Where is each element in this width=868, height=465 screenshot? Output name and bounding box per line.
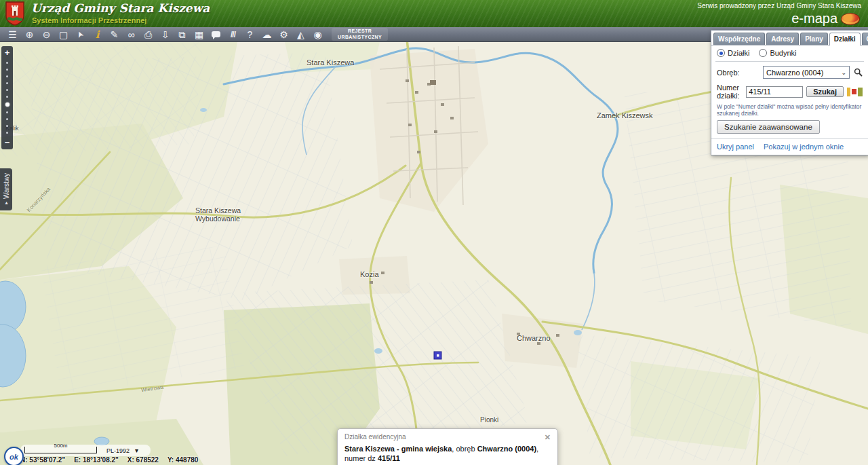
zoom-slider[interactable]: + − bbox=[1, 46, 13, 149]
place-label-chwarzno: Chwarzno bbox=[517, 334, 551, 342]
emapa-brand: e-mapa bbox=[791, 11, 860, 26]
coordinates-readout: N: 53°58'07.2" E: 18°13'08.2" X: 678522 … bbox=[20, 456, 198, 464]
tab-plany[interactable]: Plany bbox=[800, 33, 828, 45]
object-type-radios: Działki Budynki bbox=[711, 45, 868, 58]
selected-parcel-marker bbox=[434, 352, 441, 359]
zoom-out-icon[interactable]: ⊖ bbox=[38, 27, 55, 42]
obreb-select[interactable]: Chwarzno (0004) ⌄ bbox=[763, 66, 850, 79]
place-label-stara-kiszewa: Stara Kiszewa bbox=[307, 58, 354, 67]
legend-swatch-red bbox=[852, 89, 856, 94]
hide-panel-link[interactable]: Ukryj panel bbox=[717, 143, 754, 151]
tab-adresy[interactable]: Adresy bbox=[766, 33, 799, 45]
marker-comment-icon[interactable]: ◉ bbox=[309, 27, 326, 42]
popup-title: Działka ewidencyjna bbox=[344, 433, 406, 441]
panel-footer: Ukryj panel Pokazuj w jednym oknie bbox=[711, 138, 868, 155]
print-icon[interactable]: ⎙ bbox=[140, 27, 157, 42]
coord-e: E: 18°13'08.2" bbox=[74, 456, 119, 464]
place-label-pionki: Pionki bbox=[480, 416, 498, 424]
rejestr-urbanistyczny-button[interactable]: REJESTR URBANISTYCZNY bbox=[332, 28, 388, 41]
view-3d-icon[interactable]: ◭ bbox=[292, 27, 309, 42]
tiles-icon[interactable]: ▦ bbox=[191, 27, 208, 42]
single-window-link[interactable]: Pokazuj w jednym oknie bbox=[764, 143, 844, 151]
crs-value: PL-1992 bbox=[106, 447, 130, 454]
place-label-kozia: Kozia bbox=[360, 270, 379, 278]
layers-icon[interactable]: ☰ bbox=[4, 27, 21, 42]
comment-icon[interactable] bbox=[208, 27, 224, 42]
service-note: Serwis prowadzony przez Urząd Gminy Star… bbox=[697, 2, 861, 10]
cloud-download-icon[interactable]: ☁ bbox=[258, 27, 275, 42]
legend-swatches bbox=[847, 88, 863, 96]
popup-close-icon[interactable]: ✕ bbox=[545, 433, 551, 442]
crs-selector[interactable]: PL-1992 ▾ bbox=[106, 447, 138, 454]
app-title: Urząd Gminy Stara Kiszewa bbox=[31, 1, 210, 15]
panel-tabstrip: Współrzędne Adresy Plany Działki Obiekty… bbox=[711, 31, 868, 45]
coord-n: N: 53°58'07.2" bbox=[20, 456, 65, 464]
tab-dzialki[interactable]: Działki bbox=[829, 33, 861, 45]
obreb-label: Obręb: bbox=[717, 69, 763, 77]
zoom-out-button[interactable]: − bbox=[5, 138, 10, 147]
numer-dzialki-label: Numer działki: bbox=[717, 83, 746, 100]
emapa-brand-text: e-mapa bbox=[791, 11, 837, 26]
app-window: Stara Kiszewa Zamek Kiszewsk Stara Kisze… bbox=[0, 0, 868, 465]
download-icon[interactable]: ⇩ bbox=[157, 27, 174, 42]
settings-icon[interactable]: ⚙ bbox=[275, 27, 292, 42]
emapa-logo-icon bbox=[841, 13, 860, 25]
place-label-wybudowanie: Stara Kiszewa Wybudowanie bbox=[195, 206, 241, 223]
search-icon[interactable] bbox=[854, 68, 863, 77]
layers-tab-arrow-icon: ▼ bbox=[4, 201, 9, 206]
parcel-info-popup: Działka ewidencyjna ✕ Stara Kiszewa - gm… bbox=[337, 428, 558, 465]
scale-widget: 500m PL-1992 ▾ bbox=[20, 445, 151, 456]
help-icon[interactable]: ? bbox=[241, 27, 258, 42]
draw-line-icon[interactable]: ✎ bbox=[106, 27, 123, 42]
place-label-zamek-kiszewski: Zamek Kiszewsk bbox=[597, 111, 653, 119]
radio-budynki[interactable] bbox=[759, 49, 767, 57]
ok-geoportal-logo[interactable]: ok bbox=[4, 447, 24, 465]
panel-divider bbox=[715, 61, 864, 62]
search-panel: Współrzędne Adresy Plany Działki Obiekty… bbox=[711, 30, 868, 155]
coord-y: Y: 448780 bbox=[167, 456, 198, 464]
swap-window-icon[interactable]: ⧉ bbox=[174, 27, 191, 42]
link-icon[interactable]: ∞ bbox=[123, 27, 140, 42]
zoom-level-dots[interactable] bbox=[5, 62, 9, 134]
advanced-search-button[interactable]: Szukanie zaawansowane bbox=[717, 120, 820, 134]
zoom-in-icon[interactable]: ⊕ bbox=[21, 27, 38, 42]
chevron-down-icon: ▾ bbox=[135, 447, 138, 454]
legend-swatch-green bbox=[858, 88, 863, 96]
hatch-icon[interactable]: /// bbox=[224, 27, 241, 42]
radio-dzialki[interactable] bbox=[717, 49, 725, 57]
scale-bar: 500m bbox=[24, 447, 97, 453]
tab-wspolrzedne[interactable]: Współrzędne bbox=[713, 33, 765, 45]
parcel-description: Stara Kiszewa - gmina wiejska, obręb Chw… bbox=[344, 444, 551, 464]
app-subtitle: System Informacji Przestrzennej bbox=[32, 16, 146, 24]
search-hint-text: W pole "Numer działki" można wpisać pełn… bbox=[711, 101, 868, 117]
radio-budynki-label[interactable]: Budynki bbox=[770, 49, 796, 57]
layers-tab-label: Warstwy bbox=[3, 173, 10, 199]
layers-panel-tab[interactable]: ▼ Warstwy bbox=[0, 168, 12, 210]
szukaj-button[interactable]: Szukaj bbox=[806, 86, 844, 97]
legend-swatch-yellow bbox=[847, 88, 850, 96]
gmina-crest-logo bbox=[5, 1, 25, 26]
coord-x: X: 678522 bbox=[127, 456, 159, 464]
numer-dzialki-input[interactable] bbox=[746, 86, 803, 98]
obreb-selected-value: Chwarzno (0004) bbox=[766, 69, 823, 77]
tab-obiekty[interactable]: Obiekty bbox=[862, 33, 868, 45]
app-header: Urząd Gminy Stara Kiszewa System Informa… bbox=[0, 0, 868, 27]
radio-dzialki-label[interactable]: Działki bbox=[728, 49, 749, 57]
pointer-icon[interactable]: ➤ bbox=[72, 27, 89, 42]
info-icon[interactable]: i bbox=[89, 27, 106, 42]
scale-label: 500m bbox=[25, 443, 96, 449]
chevron-down-icon: ⌄ bbox=[841, 69, 846, 76]
zoom-in-button[interactable]: + bbox=[5, 48, 10, 58]
select-area-icon[interactable]: ▢ bbox=[55, 27, 72, 42]
zoom-level-current[interactable] bbox=[5, 103, 9, 107]
